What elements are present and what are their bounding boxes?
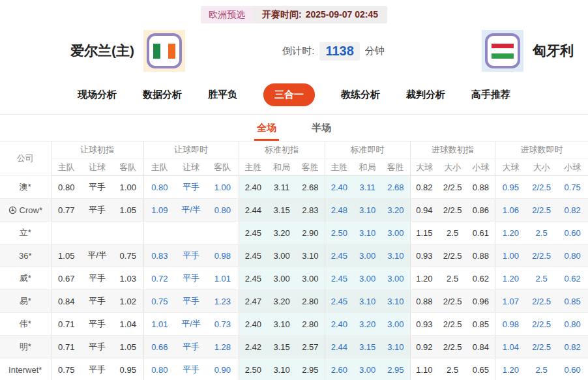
odds-cell: 2.83 — [296, 199, 325, 222]
odds-table: 公司 让球初指 让球即时 标准初指 标准即时 进球数初指 进球数即时 主队让球客… — [0, 141, 588, 380]
nav-tab-4[interactable]: 三合一 — [263, 83, 315, 106]
odds-cell: 2.40 — [239, 313, 267, 336]
company-cell[interactable]: 威* — [0, 267, 51, 290]
team-header: 爱尔兰(主) 倒计时: 1138 分钟 匈牙利 — [0, 23, 588, 74]
company-cell[interactable]: 伟* — [0, 313, 51, 336]
match-info-pill: 欧洲预选 开赛时间: 2025-09-07 02:45 — [201, 6, 387, 23]
odds-cell: 2/2.5 — [526, 290, 557, 313]
group-header-goals-initial: 进球数初指 — [410, 141, 495, 159]
odds-cell: 1.05 — [51, 244, 81, 267]
odds-cell: 0.90 — [207, 358, 239, 380]
odds-cell: 0.85 — [557, 290, 588, 313]
odds-cell: 3.20 — [353, 313, 381, 336]
odds-cell: 1.04 — [113, 313, 143, 336]
odds-cell — [51, 222, 81, 244]
odds-cell: 2/2.5 — [526, 176, 557, 199]
odds-cell: 0.88 — [467, 176, 495, 199]
odds-cell: 0.95 — [113, 358, 143, 380]
odds-cell: 平手 — [81, 267, 113, 290]
odds-cell: 0.75 — [143, 290, 175, 313]
odds-cell: 平手 — [81, 176, 113, 199]
odds-cell: 2/2.5 — [526, 199, 557, 222]
odds-cell: 2.95 — [296, 358, 325, 380]
topbar: 欧洲预选 开赛时间: 2025-09-07 02:45 — [0, 0, 588, 23]
odds-cell: 2.47 — [239, 290, 267, 313]
odds-cell: 3.11 — [353, 176, 381, 199]
nav-tab-2[interactable]: 数据分析 — [143, 89, 182, 101]
odds-cell: 2.5 — [526, 222, 557, 244]
odds-cell: 平/半 — [175, 313, 207, 336]
odds-cell: 2.40 — [325, 313, 353, 336]
odds-cell: 1.04 — [495, 336, 526, 358]
odds-cell: 0.77 — [51, 199, 81, 222]
nav-tab-3[interactable]: 胜平负 — [208, 89, 237, 101]
odds-row: 威*0.67平手1.030.72平手1.012.453.003.002.453.… — [0, 267, 588, 290]
ireland-flag-icon — [143, 30, 185, 72]
flag-tile — [485, 33, 520, 68]
away-team-name: 匈牙利 — [533, 42, 574, 60]
odds-cell — [175, 222, 207, 244]
sub-column-header: 主队 — [143, 159, 175, 176]
company-cell[interactable]: 澳* — [0, 176, 51, 199]
sub-column-header: 和局 — [267, 159, 296, 176]
odds-cell: 1.10 — [410, 358, 438, 380]
odds-cell: 2.45 — [239, 267, 267, 290]
odds-cell: 1.20 — [410, 267, 438, 290]
odds-cell: 2.5 — [438, 358, 467, 380]
odds-row: 伟*0.71平手1.041.01平/半0.732.403.102.802.403… — [0, 313, 588, 336]
odds-cell: 2/2.5 — [438, 244, 467, 267]
sub-column-header: 让球 — [81, 159, 113, 176]
odds-cell: 3.00 — [353, 267, 381, 290]
odds-row: 36*1.05平/半0.750.83平手0.982.453.003.102.45… — [0, 244, 588, 267]
sub-column-header: 大小 — [438, 159, 467, 176]
odds-cell: 2.45 — [239, 222, 267, 244]
company-name: 伟* — [20, 319, 31, 329]
odds-cell: 2.45 — [325, 244, 353, 267]
odds-cell: 0.67 — [51, 267, 81, 290]
company-cell[interactable]: 易* — [0, 290, 51, 313]
kickoff-time-group: 开赛时间: 2025-09-07 02:45 — [253, 9, 387, 21]
sub-column-header: 小球 — [557, 159, 588, 176]
company-cell[interactable]: 36* — [0, 244, 51, 267]
odds-cell: 0.71 — [51, 313, 81, 336]
odds-row: 明*0.71平手1.050.66平手1.282.423.152.572.443.… — [0, 336, 588, 358]
odds-cell: 2/2.5 — [526, 244, 557, 267]
odds-cell: 0.85 — [467, 313, 495, 336]
odds-cell: 2.57 — [296, 336, 325, 358]
odds-cell: 2.80 — [296, 290, 325, 313]
company-cell[interactable]: Interwet* — [0, 358, 51, 380]
scope-tab-1[interactable]: 全场 — [254, 115, 279, 141]
odds-cell: 0.62 — [467, 267, 495, 290]
sub-column-header: 让球 — [175, 159, 207, 176]
odds-cell: 1.00 — [495, 244, 526, 267]
company-cell[interactable]: 明* — [0, 336, 51, 358]
odds-row: 澳*0.80平手1.000.80平手1.002.403.112.682.403.… — [0, 176, 588, 199]
odds-cell: 3.20 — [267, 222, 296, 244]
odds-cell: 2.95 — [381, 358, 410, 380]
nav-tab-1[interactable]: 现场分析 — [78, 89, 117, 101]
odds-cell: 2.5 — [526, 358, 557, 380]
company-cell[interactable]: Crow* — [0, 199, 51, 222]
odds-cell: 3.00 — [353, 358, 381, 380]
nav-tab-7[interactable]: 高手推荐 — [471, 89, 510, 101]
sub-column-header: 客胜 — [296, 159, 325, 176]
odds-cell: 3.10 — [296, 244, 325, 267]
nav-tab-6[interactable]: 裁判分析 — [406, 89, 445, 101]
odds-cell: 2.40 — [325, 176, 353, 199]
odds-cell: 3.00 — [267, 267, 296, 290]
company-name: 威* — [20, 273, 31, 283]
odds-cell: 0.73 — [207, 313, 239, 336]
scope-tab-2[interactable]: 半场 — [309, 115, 334, 141]
company-name: Crow* — [20, 205, 42, 215]
company-cell[interactable]: 立* — [0, 222, 51, 244]
odds-cell: 2.80 — [296, 313, 325, 336]
odds-cell: 2/2.5 — [438, 313, 467, 336]
odds-cell: 2.45 — [325, 267, 353, 290]
odds-cell: 0.88 — [410, 290, 438, 313]
odds-cell: 2.60 — [325, 358, 353, 380]
company-name: 明* — [20, 342, 31, 351]
nav-tab-5[interactable]: 教练分析 — [341, 89, 380, 101]
odds-cell: 1.01 — [207, 267, 239, 290]
odds-cell: 1.20 — [495, 222, 526, 244]
odds-cell: 平手 — [175, 358, 207, 380]
